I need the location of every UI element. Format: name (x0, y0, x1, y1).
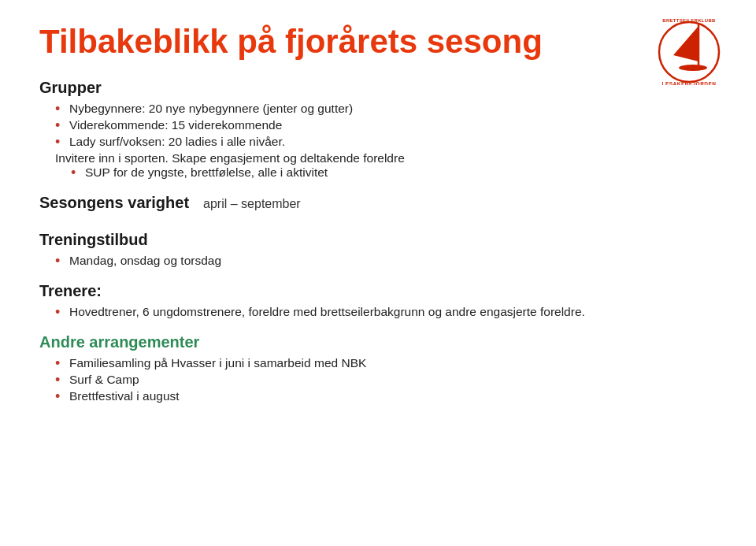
list-item: SUP for de yngste, brettfølelse, alle i … (71, 165, 717, 180)
list-item: Familiesamling på Hvasser i juni i samar… (55, 356, 717, 370)
grupper-heading: Grupper (39, 79, 717, 97)
svg-text:LESAKERFJORDEN: LESAKERFJORDEN (662, 81, 716, 85)
trening-list: Mandag, onsdag og torsdag (39, 254, 717, 268)
grupper-section: Grupper Nybegynnere: 20 nye nybegynnere … (39, 79, 717, 180)
invite-text: Invitere inn i sporten. Skape engasjemen… (39, 151, 717, 165)
list-item: Lady surf/voksen: 20 ladies i alle nivåe… (55, 135, 717, 149)
trenere-section: Trenere: Hovedtrener, 6 ungdomstrenere, … (39, 282, 717, 319)
trening-section: Treningstilbud Mandag, onsdag og torsdag (39, 231, 717, 268)
list-item: Brettfestival i august (55, 389, 717, 403)
sesong-duration: april – september (203, 197, 301, 211)
grupper-list: Nybegynnere: 20 nye nybegynnere (jenter … (39, 102, 717, 149)
andre-heading: Andre arrangementer (39, 333, 717, 351)
sesong-section: Sesongens varighet april – september (39, 194, 717, 217)
list-item: Hovedtrener, 6 ungdomstrenere, foreldre … (55, 305, 717, 319)
andre-list: Familiesamling på Hvasser i juni i samar… (39, 356, 717, 403)
list-item: Viderekommende: 15 viderekommende (55, 118, 717, 132)
andre-section: Andre arrangementer Familiesamling på Hv… (39, 333, 717, 403)
list-item: Surf & Camp (55, 373, 717, 387)
main-title: Tilbakeblikk på fjorårets sesong (39, 24, 717, 60)
svg-point-3 (679, 65, 707, 71)
logo: LESAKERFJORDEN BRETTSEILERKLUBB (650, 14, 728, 88)
sesong-heading: Sesongens varighet (39, 194, 189, 212)
grupper-sub-list: SUP for de yngste, brettfølelse, alle i … (39, 165, 717, 180)
svg-text:BRETTSEILERKLUBB: BRETTSEILERKLUBB (662, 18, 716, 23)
trenere-list: Hovedtrener, 6 ungdomstrenere, foreldre … (39, 305, 717, 319)
list-item: Mandag, onsdag og torsdag (55, 254, 717, 268)
list-item: Nybegynnere: 20 nye nybegynnere (jenter … (55, 102, 717, 116)
trening-heading: Treningstilbud (39, 231, 717, 249)
page: LESAKERFJORDEN BRETTSEILERKLUBB Tilbakeb… (0, 0, 756, 546)
trenere-heading: Trenere: (39, 282, 717, 300)
